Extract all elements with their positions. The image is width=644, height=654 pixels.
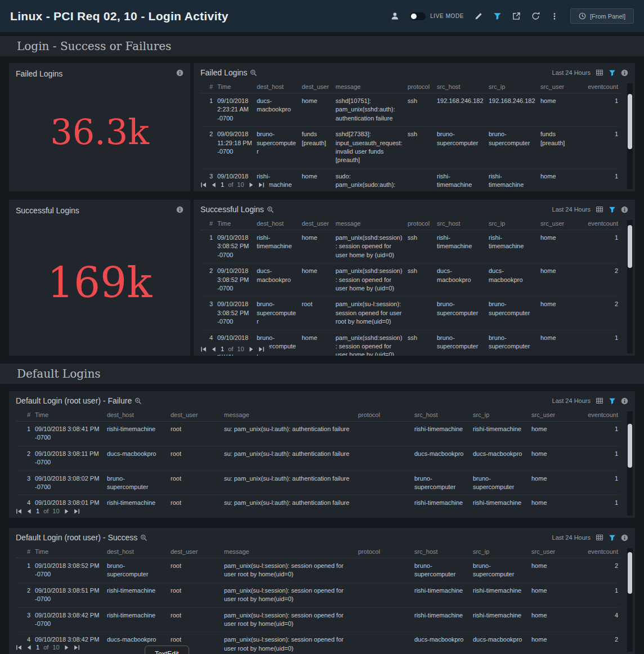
- table-row[interactable]: 109/10/2018 2:23:21 AM -0700ducs-macbook…: [200, 93, 620, 127]
- magnifier-icon[interactable]: [250, 69, 257, 77]
- column-header[interactable]: #: [200, 217, 215, 230]
- scrollbar-thumb[interactable]: [628, 552, 632, 594]
- column-header[interactable]: message: [333, 217, 405, 230]
- table-row[interactable]: 309/10/2018 3:08:52 PM -0700bruno-superc…: [200, 297, 620, 330]
- current-page[interactable]: 1: [221, 346, 224, 352]
- column-header[interactable]: Time: [33, 409, 105, 422]
- column-header[interactable]: #: [16, 409, 33, 422]
- first-page-icon[interactable]: [16, 508, 22, 514]
- table-view-icon[interactable]: [596, 69, 603, 77]
- last-page-icon[interactable]: [74, 644, 80, 651]
- scrollbar-thumb[interactable]: [628, 424, 632, 468]
- column-header[interactable]: message: [222, 409, 356, 422]
- scrollbar[interactable]: [627, 548, 633, 652]
- scrollbar[interactable]: [627, 220, 633, 353]
- column-header[interactable]: Time: [215, 217, 254, 230]
- current-page[interactable]: 1: [36, 508, 39, 514]
- column-header[interactable]: #: [16, 545, 33, 558]
- export-icon[interactable]: [512, 12, 521, 20]
- column-header[interactable]: src_ip: [486, 217, 538, 230]
- column-header[interactable]: src_host: [435, 217, 486, 230]
- column-header[interactable]: message: [222, 545, 356, 558]
- last-page-icon[interactable]: [258, 182, 265, 188]
- table-row[interactable]: 409/10/2018 3:08:01 PM -0700rishi-timema…: [16, 495, 620, 518]
- column-header[interactable]: message: [333, 80, 405, 93]
- column-header[interactable]: protocol: [356, 545, 412, 558]
- last-page-icon[interactable]: [74, 508, 80, 514]
- more-options-icon[interactable]: [551, 12, 558, 20]
- edit-icon[interactable]: [475, 12, 482, 20]
- info-icon[interactable]: [621, 69, 628, 77]
- column-header[interactable]: src_host: [412, 409, 471, 422]
- column-header[interactable]: src_user: [529, 545, 576, 558]
- scrollbar-thumb[interactable]: [628, 94, 632, 149]
- scrollbar[interactable]: [627, 411, 633, 516]
- filter-icon[interactable]: [609, 206, 616, 213]
- magnifier-icon[interactable]: [135, 397, 142, 405]
- prev-page-icon[interactable]: [26, 644, 32, 651]
- user-icon[interactable]: [391, 12, 399, 20]
- prev-page-icon[interactable]: [211, 182, 217, 188]
- column-header[interactable]: eventcount: [581, 217, 620, 230]
- table-row[interactable]: 309/10/2018 3:08:02 PM -0700bruno-superc…: [16, 471, 620, 495]
- magnifier-icon[interactable]: [140, 534, 147, 541]
- prev-page-icon[interactable]: [211, 346, 217, 352]
- column-header[interactable]: #: [200, 80, 215, 93]
- table-view-icon[interactable]: [596, 205, 603, 213]
- first-page-icon[interactable]: [200, 182, 207, 188]
- info-icon[interactable]: [176, 69, 184, 77]
- filter-icon[interactable]: [609, 69, 616, 77]
- column-header[interactable]: src_host: [435, 80, 486, 93]
- next-page-icon[interactable]: [64, 644, 70, 651]
- info-icon[interactable]: [621, 206, 628, 213]
- column-header[interactable]: Time: [215, 80, 254, 93]
- column-header[interactable]: src_ip: [471, 409, 529, 422]
- table-row[interactable]: 409/10/2018 3:08:42 PM -0700ducs-macbook…: [16, 632, 620, 654]
- column-header[interactable]: protocol: [405, 80, 435, 93]
- scrollbar-thumb[interactable]: [628, 225, 632, 268]
- column-header[interactable]: eventcount: [576, 545, 620, 558]
- current-page[interactable]: 1: [221, 181, 224, 188]
- first-page-icon[interactable]: [16, 644, 22, 651]
- next-page-icon[interactable]: [64, 508, 70, 514]
- table-row[interactable]: 209/09/2018 11:29:18 PM -0700bruno-super…: [200, 127, 620, 169]
- refresh-icon[interactable]: [531, 12, 540, 20]
- column-header[interactable]: src_user: [529, 409, 576, 422]
- column-header[interactable]: protocol: [356, 409, 412, 422]
- last-page-icon[interactable]: [258, 346, 265, 352]
- column-header[interactable]: dest_host: [105, 409, 168, 422]
- table-row[interactable]: 109/10/2018 3:08:52 PM -0700rishi-timema…: [200, 230, 620, 263]
- column-header[interactable]: dest_user: [299, 80, 333, 93]
- column-header[interactable]: src_ip: [471, 545, 529, 558]
- table-view-icon[interactable]: [596, 397, 603, 405]
- info-icon[interactable]: [621, 534, 628, 541]
- column-header[interactable]: eventcount: [581, 80, 620, 93]
- live-mode-toggle[interactable]: [410, 12, 426, 20]
- info-icon[interactable]: [176, 206, 184, 213]
- filter-icon[interactable]: [609, 534, 616, 541]
- column-header[interactable]: dest_user: [168, 409, 222, 422]
- next-page-icon[interactable]: [248, 182, 254, 188]
- column-header[interactable]: dest_host: [105, 545, 168, 558]
- time-range-button[interactable]: [From Panel]: [570, 8, 634, 24]
- filter-icon[interactable]: [609, 397, 616, 405]
- filter-icon[interactable]: [493, 12, 502, 20]
- table-row[interactable]: 209/10/2018 3:08:52 PM -0700ducs-macbook…: [200, 263, 620, 297]
- column-header[interactable]: src_host: [412, 545, 471, 558]
- next-page-icon[interactable]: [248, 346, 254, 352]
- column-header[interactable]: Time: [33, 545, 105, 558]
- column-header[interactable]: src_ip: [486, 80, 538, 93]
- table-row[interactable]: 109/10/2018 3:08:52 PM -0700bruno-superc…: [16, 558, 620, 583]
- scrollbar[interactable]: [627, 83, 633, 189]
- first-page-icon[interactable]: [200, 346, 207, 352]
- column-header[interactable]: src_user: [538, 217, 581, 230]
- info-icon[interactable]: [621, 397, 628, 405]
- prev-page-icon[interactable]: [26, 508, 32, 514]
- table-row[interactable]: 109/10/2018 3:08:41 PM -0700rishi-timema…: [16, 422, 620, 446]
- table-row[interactable]: 209/10/2018 3:08:11 PM -0700ducs-macbook…: [16, 446, 620, 471]
- table-view-icon[interactable]: [596, 534, 603, 541]
- magnifier-icon[interactable]: [267, 206, 274, 213]
- column-header[interactable]: dest_user: [168, 545, 222, 558]
- column-header[interactable]: eventcount: [576, 409, 620, 422]
- current-page[interactable]: 1: [36, 644, 39, 651]
